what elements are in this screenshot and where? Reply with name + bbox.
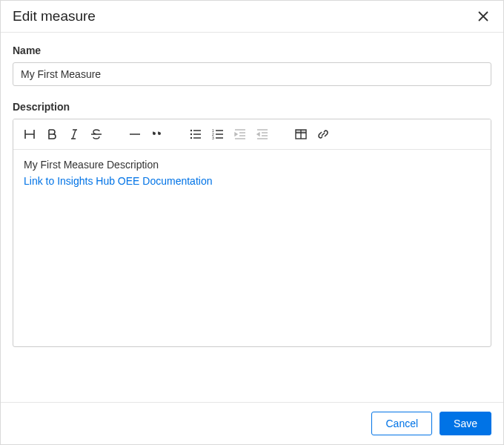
indent-button[interactable] [230,124,251,145]
edit-measure-dialog: Edit measure Name Description [0,0,504,445]
blockquote-button[interactable] [147,124,168,145]
ordered-list-button[interactable]: 123 [208,124,228,145]
rich-text-editor: 123 [13,119,491,347]
bullet-list-icon [189,128,202,141]
close-button[interactable] [475,8,491,24]
rte-toolbar: 123 [13,119,491,150]
indent-icon [233,128,247,141]
bold-icon [45,128,59,141]
dialog-footer: Cancel Save [1,402,503,444]
quote-icon [150,128,164,141]
outdent-button[interactable] [252,124,273,145]
table-button[interactable] [291,124,311,145]
ordered-list-icon: 123 [211,128,225,141]
strikethrough-button[interactable] [86,124,107,145]
save-button[interactable]: Save [440,412,491,435]
cancel-button[interactable]: Cancel [371,412,432,435]
link-button[interactable] [313,124,334,145]
rte-content-area[interactable]: My First Measure Description Link to Ins… [13,150,491,346]
svg-point-0 [190,130,192,131]
outdent-icon [256,128,269,141]
horizontal-rule-icon [128,128,142,141]
horizontal-rule-button[interactable] [125,124,145,145]
description-link[interactable]: Link to Insights Hub OEE Documentation [24,175,212,187]
heading-button[interactable] [19,124,40,145]
svg-point-2 [190,137,192,139]
dialog-header: Edit measure [1,1,503,33]
italic-button[interactable] [64,124,84,145]
bullet-list-button[interactable] [185,124,206,145]
description-label: Description [13,101,491,113]
svg-point-1 [190,134,192,135]
description-text: My First Measure Description [24,159,480,171]
svg-text:3: 3 [212,136,214,140]
bold-button[interactable] [42,124,62,145]
dialog-title: Edit measure [13,8,96,24]
name-input[interactable] [13,62,491,86]
dialog-body: Name Description [1,33,503,402]
italic-icon [67,128,81,141]
heading-icon [23,128,36,141]
svg-rect-7 [296,130,306,133]
link-icon [316,128,330,141]
strikethrough-icon [90,128,103,141]
table-icon [294,128,308,141]
name-label: Name [13,44,491,56]
close-icon [478,11,488,22]
